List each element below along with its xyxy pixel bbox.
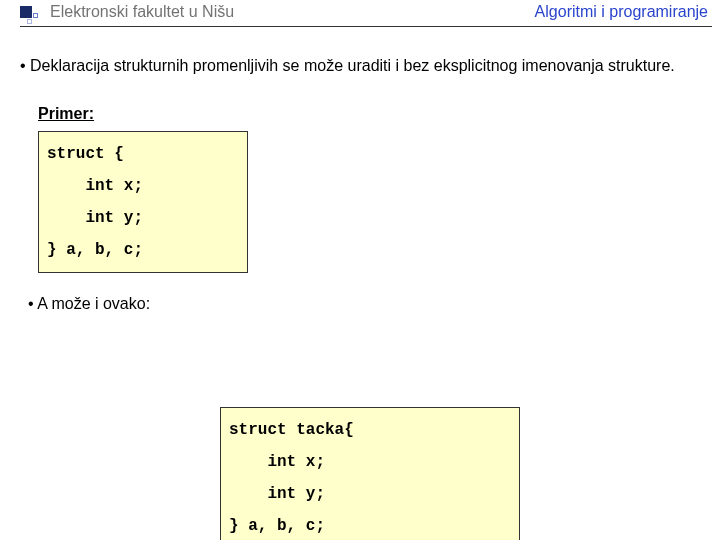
alternative-label: • A može i ovako: — [28, 295, 700, 313]
header-divider — [20, 26, 712, 27]
institution-name: Elektronski fakultet u Nišu — [50, 3, 234, 21]
intro-paragraph: • Deklaracija strukturnih promenljivih s… — [20, 55, 700, 77]
decorative-header-icon — [20, 6, 42, 26]
slide-content: • Deklaracija strukturnih promenljivih s… — [20, 55, 700, 313]
code-block-2: struct tacka{ int x; int y; } a, b, c; — [220, 407, 520, 540]
slide-header: Elektronski fakultet u Nišu Algoritmi i … — [0, 0, 720, 28]
example-label: Primer: — [38, 105, 700, 123]
code-block-1: struct { int x; int y; } a, b, c; — [38, 131, 248, 273]
course-name: Algoritmi i programiranje — [535, 3, 708, 21]
